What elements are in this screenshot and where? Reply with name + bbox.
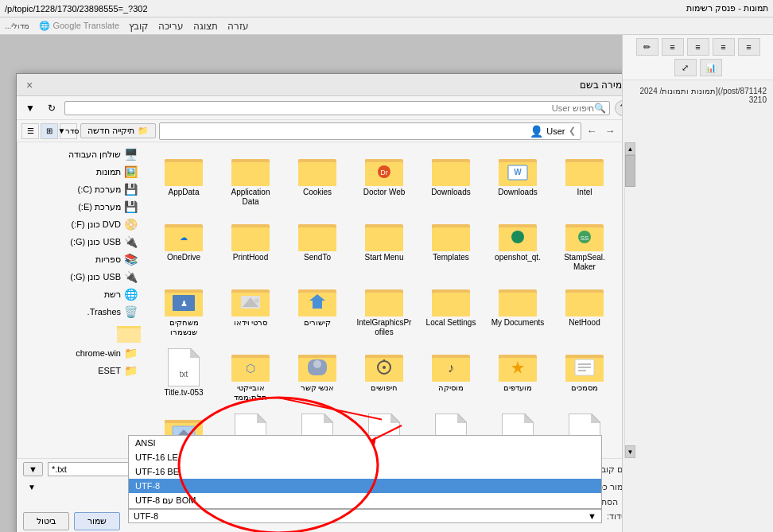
cancel-button[interactable]: ביטול <box>23 512 69 530</box>
sidebar-item-usb-g2[interactable]: 🔌 USB כונן (G:) <box>17 268 144 285</box>
file-item[interactable]: IntelGraphicsProfiles <box>352 279 416 341</box>
search-input[interactable] <box>68 103 594 113</box>
list-icon: ☰ <box>27 126 34 135</box>
justify-button[interactable]: ≡ <box>662 38 684 56</box>
encoding-select-box[interactable]: UTF-8 ▼ <box>128 509 602 523</box>
sidebar-label: שולחן העבודה <box>68 150 121 160</box>
sidebar-label: USB כונן (G:) <box>70 237 121 247</box>
sidebar-item-dvd[interactable]: 📀 DVD כונן (F:) <box>17 216 144 233</box>
file-item[interactable]: קישורים <box>286 279 349 341</box>
folder-icon: Dr <box>365 153 403 186</box>
svg-text:txt: txt <box>180 370 188 379</box>
pencil-button[interactable]: ✏ <box>636 38 658 56</box>
browser-tab-title: תמונות - פנסק רשימות <box>686 3 768 14</box>
svg-rect-137 <box>117 328 141 343</box>
file-item[interactable]: Dr Doctor Web <box>352 149 416 211</box>
nav-back-button[interactable]: ← <box>585 124 600 138</box>
sidebar-item-network[interactable]: 🌐 רשת <box>17 285 144 303</box>
nav-forward-button[interactable]: → <box>603 124 618 138</box>
align-right-button[interactable]: ≡ <box>738 38 760 56</box>
menu-view[interactable]: תצוגה <box>193 21 218 32</box>
dialog-bottom: שם קובץ: ▼ שמור כסוג: Text Documents (*.… <box>17 458 635 532</box>
scroll-up-button[interactable]: ▲ <box>625 142 635 155</box>
address-path[interactable]: 👤 User ❮ <box>159 122 581 140</box>
file-item[interactable]: מסמכים <box>553 344 616 406</box>
sidebar-item-eset[interactable]: 📁 ESET <box>17 362 144 379</box>
sidebar-item-usb-g[interactable]: 🔌 USB כונן (G:) <box>17 233 144 250</box>
grid-view-button[interactable]: ⊞ <box>41 123 58 139</box>
sidebar-item-drive-e[interactable]: 💾 מערכת (E:) <box>17 198 144 216</box>
view-options-button[interactable]: ▼ <box>21 100 39 116</box>
file-item[interactable]: ♟ משחקים שנשמרו <box>152 279 216 341</box>
encoding-option-ansi[interactable]: ANSI <box>129 436 601 450</box>
file-label: Cookies <box>303 188 332 197</box>
eset-folder-icon: 📁 <box>124 364 138 377</box>
file-item[interactable]: W Downloads <box>486 149 550 211</box>
svg-point-94 <box>383 366 386 369</box>
file-item[interactable]: PrintHood <box>219 214 282 276</box>
save-button[interactable]: שמור <box>74 512 120 530</box>
file-item[interactable]: חיפושים <box>352 344 416 406</box>
folder-icon <box>565 348 604 382</box>
menu-file[interactable]: קובץ <box>129 21 149 32</box>
sidebar-item-desktop[interactable]: 🖥️ שולחן העבודה <box>17 146 144 163</box>
list-view-button[interactable]: ☰ <box>21 123 39 139</box>
file-item[interactable]: ⬡ אובייקטי תלת-ממד <box>219 344 282 406</box>
file-item[interactable]: Application Data <box>219 149 282 211</box>
align-center-button[interactable]: ≡ <box>713 38 735 56</box>
file-item[interactable]: Downloads <box>419 149 483 211</box>
file-item[interactable]: אנשי קשר <box>286 344 349 406</box>
file-item[interactable]: ♪ מוסיקה <box>419 344 483 406</box>
align-left-button[interactable]: ≡ <box>687 38 709 56</box>
encoding-option-utf8[interactable]: UTF-8 <box>129 479 601 493</box>
file-item[interactable]: Intel <box>553 149 616 211</box>
encoding-option-utf16le[interactable]: UTF-16 LE <box>129 450 601 464</box>
menu-edit[interactable]: עריכה <box>158 21 184 32</box>
dvd-icon: 📀 <box>124 218 138 231</box>
search-icon: 🔍 <box>594 103 606 114</box>
scroll-down-button[interactable]: ▼ <box>625 445 635 458</box>
chart-button[interactable]: 📊 <box>700 59 722 76</box>
file-item[interactable]: סרטי וידאו <box>219 279 282 341</box>
file-label: .openshot_qt <box>495 253 541 262</box>
new-folder-button[interactable]: 📁 תיקייה חדשה <box>80 123 156 138</box>
file-item[interactable]: Cookies <box>286 149 349 211</box>
sidebar-item-drive-c[interactable]: 💾 מערכת (C:) <box>17 181 144 198</box>
file-item[interactable]: Templates <box>419 214 483 276</box>
encoding-option-utf16be[interactable]: UTF-16 BE <box>129 464 601 479</box>
new-folder-icon: 📁 <box>138 126 149 136</box>
file-label: Templates <box>433 253 469 262</box>
svg-rect-39 <box>365 227 403 251</box>
file-item[interactable]: מועדפים <box>486 344 550 406</box>
options-chevron-button[interactable]: ▼ <box>23 462 43 476</box>
sidebar-item-trash[interactable]: 🗑️ Trashes. <box>17 303 144 320</box>
file-label: מוסיקה <box>438 383 464 393</box>
file-item[interactable]: .openshot_qt <box>486 214 550 276</box>
file-area[interactable]: ▲ ▼ Intel <box>144 142 635 458</box>
file-label: Downloads <box>498 188 537 197</box>
file-item[interactable]: txt 053-Title.tv <box>152 344 216 406</box>
svg-marker-109 <box>591 414 600 423</box>
file-item[interactable]: Local Settings <box>419 279 483 341</box>
menu-help[interactable]: עזרה <box>227 21 249 32</box>
file-item[interactable]: ☁ OneDrive <box>152 214 216 276</box>
file-label: קישורים <box>304 318 331 328</box>
sort-button[interactable]: סדר ▼ <box>60 123 77 139</box>
file-item[interactable]: Start Menu <box>352 214 416 276</box>
sidebar-item-libraries[interactable]: 📚 ספריות <box>17 250 144 268</box>
svg-text:♪: ♪ <box>448 361 454 375</box>
refresh-button[interactable]: ↻ <box>44 100 60 116</box>
file-item[interactable]: AppData <box>152 149 216 211</box>
sidebar-item-chrome[interactable]: 📁 chrome-win <box>17 344 144 362</box>
file-item[interactable]: SS .StampSeal Maker <box>553 214 616 276</box>
file-item[interactable]: NetHood <box>553 279 616 341</box>
sidebar-item-pictures[interactable]: 🖼️ תמונות <box>17 163 144 181</box>
file-item[interactable]: My Documents <box>486 279 550 341</box>
sidebar-trash-folder[interactable] <box>17 320 144 344</box>
file-item[interactable]: SendTo <box>286 214 349 276</box>
close-button[interactable]: × <box>23 79 36 91</box>
encoding-option-utf8bom[interactable]: UTF-8 עם BOM <box>129 493 601 508</box>
scroll-thumb[interactable] <box>625 155 635 187</box>
fullscreen-button[interactable]: ⤢ <box>674 59 697 76</box>
svg-marker-115 <box>457 414 467 423</box>
